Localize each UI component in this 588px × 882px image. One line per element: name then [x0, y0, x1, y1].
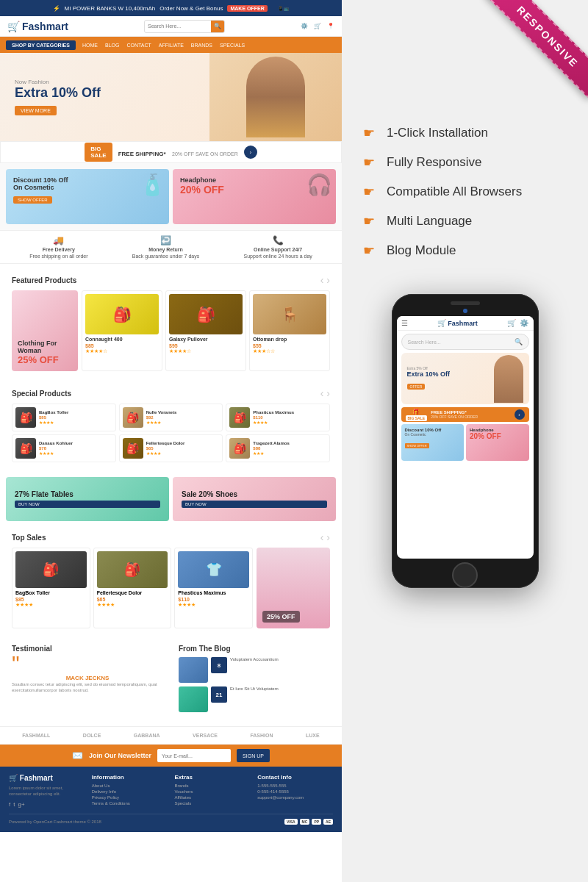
- logo-area: 🛒 Fashmart: [7, 21, 68, 32]
- newsletter-text: Join Our Newsletter: [89, 752, 151, 759]
- promo-tables-btn[interactable]: BUY NOW: [15, 501, 160, 508]
- featured-header: Featured Products ‹ ›: [12, 274, 330, 286]
- footer-col-info: Information About Us Delivery Info Priva…: [92, 774, 168, 808]
- search-button[interactable]: 🔍: [211, 20, 224, 33]
- footer-col-extras: Extras Brands Vouchers Affiliates Specia…: [175, 774, 251, 808]
- nav-home[interactable]: HOME: [82, 43, 98, 48]
- product-img-3: 🪑: [253, 294, 326, 334]
- promo-shoes-btn[interactable]: BUY NOW: [182, 501, 327, 508]
- footer-grid: 🛒 Fashmart Lorem ipsum dolor sit amet, c…: [9, 774, 333, 808]
- product-card-3[interactable]: 🪑 Ottoman drop $55 ★★★☆☆: [249, 290, 330, 371]
- footer-delivery[interactable]: Delivery Info: [92, 789, 168, 794]
- search-input[interactable]: [145, 24, 211, 29]
- phone-search-icon: 🔍: [514, 338, 523, 345]
- topsale-card-3[interactable]: 👕 Phasticus Maximus $110 ★★★★: [174, 548, 253, 628]
- phone-hero-btn[interactable]: OFFER: [407, 384, 426, 390]
- nav-blog[interactable]: BLOG: [105, 43, 119, 48]
- special-name-2: Nulle Voranets: [146, 410, 177, 415]
- product-img-2: 🎒: [169, 294, 243, 334]
- sale-banner: BIG SALE FREE SHIPPING* 20% OFF SAVE ON …: [0, 141, 342, 163]
- footer-desc: Lorem ipsum dolor sit amet, consectetur …: [9, 785, 85, 797]
- phone-sale-text-area: FREE SHIPPING* 20% OFF SAVE ON ORDER: [431, 410, 478, 419]
- top-banner-images: 📱 📺: [278, 6, 290, 11]
- responsive-ribbon: RESPONSIVE: [485, 0, 588, 99]
- topsale-card-2[interactable]: 🎒 Fellertesque Dolor $65 ★★★★: [93, 548, 172, 628]
- special-item-1[interactable]: 🎒 BagBox Toller $85 ★★★★: [12, 404, 116, 431]
- blog-section: From The Blog 8 Voluptatem Accusantium 2…: [173, 639, 336, 722]
- special-nav-icons[interactable]: ‹ ›: [320, 387, 330, 399]
- topsale-card-1[interactable]: 🎒 BagBox Toller $85 ★★★★: [12, 548, 90, 628]
- special-products-grid: 🎒 BagBox Toller $85 ★★★★ 🎒 Nulle Voranet…: [12, 404, 330, 462]
- promo-cosmetic-btn[interactable]: SHOW OFFER: [13, 196, 52, 204]
- header-search[interactable]: 🔍: [144, 20, 225, 33]
- brand-1: FASHMALL: [22, 733, 50, 738]
- phone-home-button[interactable]: [452, 562, 478, 588]
- google-icon[interactable]: g+: [18, 801, 24, 808]
- footer-specials[interactable]: Specials: [175, 801, 251, 806]
- footer-affiliates[interactable]: Affiliates: [175, 795, 251, 800]
- settings-icon[interactable]: ⚙️: [301, 23, 308, 29]
- topsales-nav[interactable]: ‹ ›: [320, 531, 330, 543]
- phone-logo-icon: 🛒: [437, 319, 446, 327]
- special-item-6[interactable]: 🎒 Tragezett Alamos $88 ★★★: [226, 434, 330, 462]
- footer-brands[interactable]: Brands: [175, 784, 251, 788]
- special-rating-2: ★★★★: [146, 420, 177, 425]
- footer-col-brand: 🛒 Fashmart Lorem ipsum dolor sit amet, c…: [9, 774, 85, 808]
- brand-3: GABBANA: [134, 733, 160, 738]
- promo-tables-title: 27% Flate Tables: [15, 490, 160, 498]
- feature-item-5: ☛ Blog Module: [360, 243, 570, 259]
- nav-contact[interactable]: CONTACT: [126, 43, 151, 48]
- location-icon[interactable]: 📍: [327, 23, 334, 29]
- nav-affiliate[interactable]: AFFILIATE: [159, 43, 184, 48]
- responsive-icon: ☛: [360, 154, 378, 171]
- footer-email[interactable]: support@company.com: [257, 795, 333, 800]
- product-card-2[interactable]: 🎒 Galaxy Pullover $95 ★★★★☆: [165, 290, 246, 371]
- footer-about[interactable]: About Us: [92, 784, 168, 788]
- topsales-products: 🎒 BagBox Toller $85 ★★★★ 🎒 Fellertesque …: [12, 548, 253, 628]
- nav-brands[interactable]: BRANDS: [191, 43, 212, 48]
- cart-icon[interactable]: 🛒: [314, 23, 321, 29]
- topsale-name-3: Phasticus Maximus: [178, 590, 249, 595]
- footer-privacy[interactable]: Privacy Policy: [92, 795, 168, 800]
- blog-title: From The Blog: [179, 645, 330, 653]
- footer-logo: 🛒 Fashmart: [9, 774, 85, 782]
- newsletter-signup-btn[interactable]: SIGN UP: [237, 749, 270, 762]
- special-item-3[interactable]: 🎒 Phasticus Maximus $110 ★★★★: [226, 404, 330, 431]
- special-item-2[interactable]: 🎒 Nulle Voranets $92 ★★★★: [119, 404, 223, 431]
- footer-vouchers[interactable]: Vouchers: [175, 789, 251, 794]
- phone-headphone-off: 20% OFF: [470, 432, 526, 440]
- power-icon: ⚡: [53, 5, 60, 12]
- topsales-header: Top Sales ‹ ›: [12, 531, 330, 543]
- delivery-sub: Free shipping on all order: [29, 254, 87, 259]
- phone-sale-badge: BIG SALE: [406, 415, 428, 421]
- shop-by-categories-btn[interactable]: SHOP BY CATEGORIES: [6, 40, 76, 50]
- website-preview: ⚡ MI POWER BANKS W 10,400mAh Order Now &…: [0, 0, 342, 882]
- product-price-1: $85: [85, 343, 159, 348]
- brand-2: DOLCE: [83, 733, 101, 738]
- twitter-icon[interactable]: t: [13, 801, 15, 808]
- nav-specials[interactable]: SPECIALS: [220, 43, 245, 48]
- hero-cta-btn[interactable]: VIEW MORE: [15, 106, 57, 115]
- featured-nav-icons[interactable]: ‹ ›: [320, 274, 330, 286]
- featured-product-grid: 🎒 Connaught 400 $85 ★★★★☆ 🎒 Galaxy Pullo…: [82, 290, 330, 371]
- hero-image: [209, 53, 342, 141]
- special-item-5[interactable]: 🎒 Fellertesque Dolor $65 ★★★★: [119, 434, 223, 462]
- special-item-4[interactable]: 🎒 Danaus Kohluer $78 ★★★★: [12, 434, 116, 462]
- blog-item-1: 8 Voluptatem Accusantium: [179, 657, 330, 683]
- product-price-3: $55: [253, 343, 326, 348]
- support-title: Online Support 24/7: [254, 247, 302, 252]
- bonus-button[interactable]: MAKE OFFER: [227, 5, 267, 12]
- footer-terms[interactable]: Terms & Conditions: [92, 801, 168, 806]
- phone-promo-cosmetic-btn[interactable]: SHOW OFFER: [405, 443, 429, 448]
- blog-date-1: 8: [211, 657, 227, 673]
- newsletter-input[interactable]: [157, 749, 231, 762]
- sale-arrow[interactable]: ›: [244, 146, 257, 159]
- features-bar: 🚚 Free Delivery Free shipping on all ord…: [0, 230, 342, 264]
- phone-speaker: [451, 301, 480, 305]
- product-rating-3: ★★★☆☆: [253, 348, 326, 354]
- blog-info-1: Voluptatem Accusantium: [230, 657, 279, 683]
- support-sub: Support online 24 hours a day: [243, 254, 312, 259]
- product-card-1[interactable]: 🎒 Connaught 400 $85 ★★★★☆: [82, 290, 162, 371]
- facebook-icon[interactable]: f: [9, 801, 10, 808]
- main-nav: SHOP BY CATEGORIES HOME BLOG CONTACT AFF…: [0, 37, 342, 53]
